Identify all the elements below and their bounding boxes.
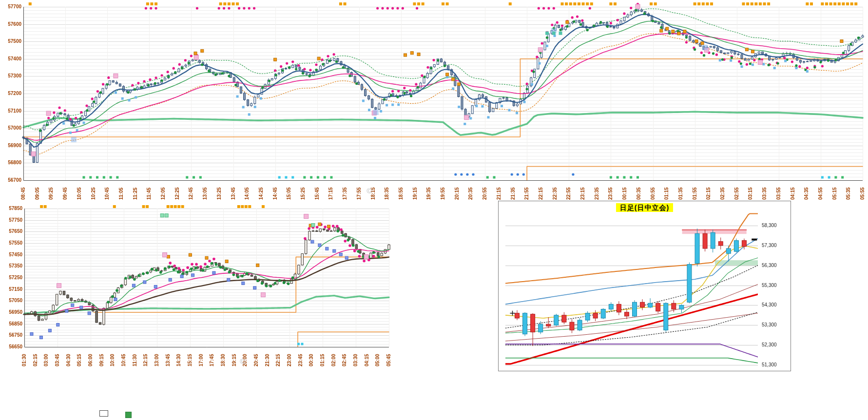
intraday-15min-chart xyxy=(0,204,405,371)
footer-marker-green xyxy=(125,412,132,418)
watermark: © xyxy=(240,357,245,365)
daily-chart-title: 日足(日中立会) xyxy=(499,203,791,212)
intraday-5min-chart xyxy=(0,0,868,204)
watermark: © xyxy=(366,187,372,195)
footer-marker-box xyxy=(99,410,108,417)
daily-chart-panel: 日足(日中立会) xyxy=(498,201,791,371)
trading-chart-workspace: 日足(日中立会) © © xyxy=(0,0,868,420)
daily-chart xyxy=(499,201,791,371)
daily-chart-title-label: 日足(日中立会) xyxy=(616,203,673,212)
